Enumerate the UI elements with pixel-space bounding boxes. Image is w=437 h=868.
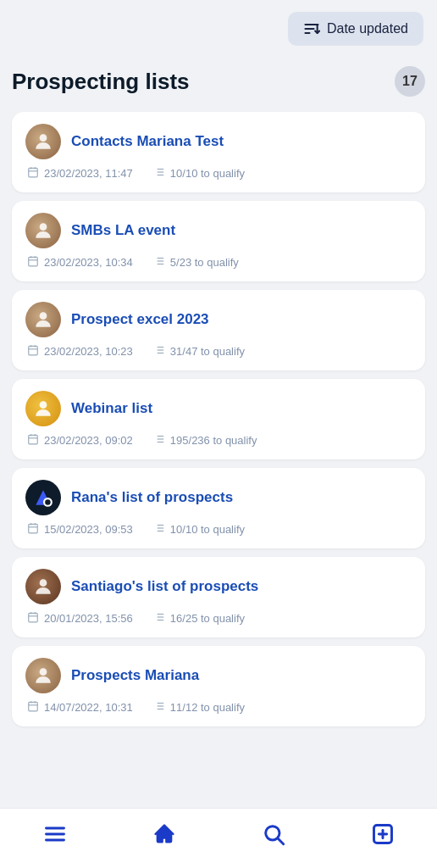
avatar [25, 213, 61, 248]
list-item[interactable]: Webinar list 23/02/2023, 09:02 [12, 379, 425, 459]
svg-rect-27 [29, 346, 38, 355]
calendar-icon [27, 166, 39, 181]
sort-icon [303, 20, 320, 37]
date-text: 23/02/2023, 09:02 [44, 434, 133, 447]
qualify-text: 31/47 to qualify [170, 345, 245, 358]
card-header: Prospects Mariana [25, 658, 412, 693]
card-meta: 15/02/2023, 09:53 10/10 to qualify [25, 522, 412, 537]
card-title: Contacts Mariana Test [71, 133, 224, 150]
card-header: Rana's list of prospects [25, 480, 412, 515]
page-title: Prospecting lists [12, 69, 190, 95]
list-icon [153, 611, 165, 626]
count-badge: 17 [395, 66, 425, 97]
card-header: Contacts Mariana Test [25, 124, 412, 159]
date-text: 23/02/2023, 11:47 [44, 167, 133, 180]
bottom-nav [0, 808, 437, 868]
qualify-meta: 31/47 to qualify [153, 344, 245, 359]
qualify-meta: 11/12 to qualify [153, 700, 245, 715]
card-header: Prospect excel 2023 [25, 302, 412, 337]
nav-menu[interactable] [26, 819, 84, 854]
svg-point-15 [40, 223, 47, 231]
calendar-icon [27, 433, 39, 448]
svg-rect-62 [29, 613, 38, 622]
svg-rect-38 [29, 435, 38, 444]
list-item[interactable]: Prospect excel 2023 23/02/2023, 10:23 [12, 290, 425, 370]
page-header: Prospecting lists 17 [12, 66, 425, 97]
qualify-meta: 10/10 to qualify [153, 166, 245, 181]
qualify-meta: 5/23 to qualify [153, 255, 239, 270]
add-icon [371, 822, 395, 851]
card-title: Webinar list [71, 400, 152, 417]
card-meta: 14/07/2022, 10:31 11/12 to qualify [25, 700, 412, 715]
top-bar: Date updated [0, 0, 437, 53]
avatar [25, 302, 61, 337]
svg-line-87 [278, 838, 283, 843]
avatar [25, 124, 61, 159]
calendar-icon [27, 611, 39, 626]
calendar-icon [27, 700, 39, 715]
qualify-meta: 195/236 to qualify [153, 433, 257, 448]
qualify-text: 10/10 to qualify [170, 167, 245, 180]
card-title: Santiago's list of prospects [71, 578, 258, 595]
calendar-icon [27, 344, 39, 359]
card-header: SMBs LA event [25, 213, 412, 248]
qualify-text: 16/25 to qualify [170, 612, 245, 625]
list-icon [153, 433, 165, 448]
svg-point-72 [40, 668, 47, 676]
nav-home[interactable] [136, 819, 193, 854]
list-item[interactable]: Contacts Mariana Test 23/02/2023, 11:47 [12, 112, 425, 192]
date-text: 20/01/2023, 15:56 [44, 612, 133, 625]
svg-point-37 [40, 401, 47, 409]
sort-button-label: Date updated [327, 21, 408, 36]
svg-point-50 [45, 499, 50, 505]
svg-point-26 [40, 312, 47, 320]
card-header: Santiago's list of prospects [25, 569, 412, 604]
avatar [25, 569, 61, 604]
sort-button[interactable]: Date updated [288, 12, 423, 46]
card-meta: 23/02/2023, 10:34 5/23 to qualify [25, 255, 412, 270]
card-header: Webinar list [25, 391, 412, 426]
date-meta: 23/02/2023, 09:02 [27, 433, 133, 448]
svg-rect-73 [29, 702, 38, 711]
card-meta: 23/02/2023, 11:47 10/10 to qualify [25, 166, 412, 181]
card-meta: 23/02/2023, 09:02 195/236 to quali [25, 433, 412, 448]
calendar-icon [27, 255, 39, 270]
svg-rect-16 [29, 257, 38, 266]
list-item[interactable]: Prospects Mariana 14/07/2022, 10:31 [12, 646, 425, 726]
date-meta: 14/07/2022, 10:31 [27, 700, 133, 715]
card-title: Prospects Mariana [71, 667, 199, 684]
list-items: Contacts Mariana Test 23/02/2023, 11:47 [12, 112, 425, 726]
menu-icon [43, 822, 67, 851]
card-meta: 23/02/2023, 10:23 31/47 to qualify [25, 344, 412, 359]
qualify-text: 195/236 to qualify [170, 434, 257, 447]
svg-rect-5 [29, 168, 38, 177]
home-icon [152, 822, 176, 851]
list-icon [153, 700, 165, 715]
date-text: 15/02/2023, 09:53 [44, 523, 133, 536]
date-meta: 15/02/2023, 09:53 [27, 522, 133, 537]
date-text: 23/02/2023, 10:34 [44, 256, 133, 269]
qualify-meta: 16/25 to qualify [153, 611, 245, 626]
list-item[interactable]: Santiago's list of prospects 20/01/2023,… [12, 557, 425, 637]
qualify-meta: 10/10 to qualify [153, 522, 245, 537]
list-item[interactable]: Rana's list of prospects 15/02/2023, 09:… [12, 468, 425, 548]
date-text: 23/02/2023, 10:23 [44, 345, 133, 358]
list-icon [153, 344, 165, 359]
card-title: Prospect excel 2023 [71, 311, 209, 328]
list-item[interactable]: SMBs LA event 23/02/2023, 10:34 [12, 201, 425, 281]
card-meta: 20/01/2023, 15:56 16/25 to qualify [25, 611, 412, 626]
search-icon [262, 822, 285, 851]
list-icon [153, 522, 165, 537]
nav-search[interactable] [245, 819, 302, 854]
list-icon [153, 166, 165, 181]
qualify-text: 11/12 to qualify [170, 701, 245, 714]
avatar [25, 658, 61, 693]
calendar-icon [27, 522, 39, 537]
nav-add[interactable] [354, 819, 412, 854]
card-title: SMBs LA event [71, 222, 175, 239]
date-meta: 23/02/2023, 10:34 [27, 255, 133, 270]
qualify-text: 10/10 to qualify [170, 523, 245, 536]
svg-point-61 [40, 579, 47, 587]
avatar [25, 391, 61, 426]
svg-point-4 [40, 134, 47, 142]
